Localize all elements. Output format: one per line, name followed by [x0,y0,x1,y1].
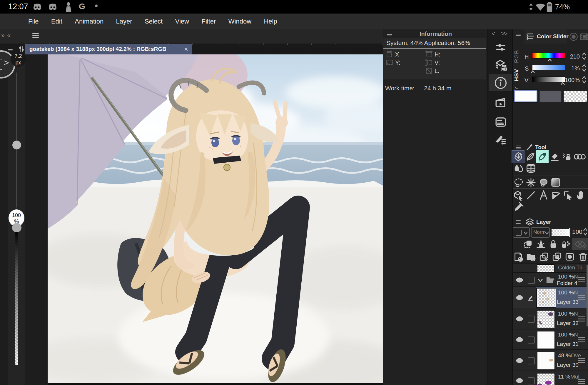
layer-checkbox[interactable] [528,316,535,323]
mode-hsv-tab[interactable]: HSV [513,64,520,81]
menu-file[interactable]: File [28,14,39,29]
document-tab[interactable]: goatskeb (3084 x 3188px 300dpi 42.2% : R… [25,44,192,54]
layer-visible-icon[interactable] [515,358,524,364]
tool-auto-select-icon[interactable] [526,178,536,188]
expand-left-dock-icon[interactable]: » [1,32,5,39]
layer-opacity-spinner[interactable] [583,228,588,236]
layer-thumbnail[interactable] [537,373,555,385]
layer-row[interactable]: 100 %N Layer 32 [513,308,588,329]
tool-layer-select-icon[interactable] [563,190,574,201]
menu-animation[interactable]: Animation [75,14,103,29]
layer-thumbnail-selected[interactable] [537,289,556,307]
dock-subview-icon[interactable] [495,116,507,128]
main-color-swatch-selected[interactable] [514,90,537,102]
layer-list-scrollbar[interactable] [587,265,588,326]
layer-thumbnail[interactable] [537,331,555,349]
dock-layer-property-icon[interactable] [495,58,507,71]
tool-eraser-icon[interactable] [550,152,560,162]
tool-blend-icon[interactable] [513,163,524,174]
layer-visible-icon[interactable] [515,277,524,283]
canvas-area[interactable] [48,54,383,383]
layer-checkbox[interactable] [528,357,535,364]
tool-eyedropper-icon[interactable] [513,202,524,212]
tool-pencil-icon[interactable] [526,152,536,162]
layer-visible-icon[interactable] [515,295,524,301]
hue-slider-caret[interactable] [547,59,552,61]
reference-layer-icon[interactable] [536,239,546,249]
layer-opacity-slider[interactable] [552,229,570,236]
menu-filter[interactable]: Filter [201,14,216,29]
tool-selection-lasso-icon[interactable] [513,178,524,188]
hue-spinner[interactable] [582,52,587,60]
hue-slider[interactable] [532,53,565,59]
color-panel-menu-icon[interactable] [516,33,521,38]
layer-row[interactable]: 100 %N Layer 31 [513,329,588,350]
dock-information-selected[interactable] [489,74,512,91]
saturation-spinner[interactable] [582,64,587,72]
delete-layer-button[interactable] [578,252,588,262]
menu-window[interactable]: Window [228,14,251,29]
menu-layer[interactable]: Layer [116,14,132,29]
layer-drag-handle[interactable] [578,378,585,385]
menu-view[interactable]: View [175,14,189,29]
tool-text-icon[interactable] [538,189,549,201]
tab-bar-menu-icon[interactable] [8,47,13,52]
layer-visible-icon[interactable] [515,337,524,343]
layer-row[interactable]: 48 %Ove Layer 30 [513,349,588,371]
layer-visible-icon[interactable] [515,316,524,322]
layer-checkbox[interactable] [528,336,535,344]
layer-checkbox[interactable] [528,277,535,284]
value-slider[interactable] [532,76,565,82]
lock-transparent-pixels-icon[interactable] [561,239,570,249]
layer-drag-handle[interactable] [578,315,585,323]
collapse-left-dock-icon[interactable]: « [7,32,11,39]
layer-drag-handle[interactable] [578,336,585,344]
sub-color-swatch[interactable] [539,91,562,102]
tool-balloon-icon[interactable] [551,190,562,201]
new-layer-button[interactable] [513,252,523,262]
tool-brush-icon[interactable] [537,152,547,162]
layer-visible-icon[interactable] [515,378,524,384]
tool-operation-icon[interactable] [513,190,524,201]
layer-thumbnail[interactable] [537,310,555,328]
color-set-tab-icon[interactable] [580,32,588,41]
layer-row-folder[interactable]: 100 %N Folder 4 [513,272,588,287]
dock-next-icon[interactable]: >> [501,30,507,38]
main-menu-icon[interactable] [32,32,39,39]
layer-thumbnail[interactable] [537,264,554,273]
close-tab-icon[interactable]: × [184,44,188,54]
layer-drag-handle[interactable] [578,276,585,284]
layer-drag-handle[interactable] [578,294,585,301]
tool-line-icon[interactable] [526,190,536,201]
saturation-slider-caret[interactable] [530,70,535,73]
menu-help[interactable]: Help [264,14,277,29]
blend-mode-dropdown[interactable]: Norm [531,227,550,238]
dock-subtool-icon[interactable] [495,133,507,145]
tool-hand-icon[interactable] [576,189,586,201]
menu-select[interactable]: Select [145,14,163,29]
layer-mask-button[interactable] [564,252,575,262]
tool-pen-icon[interactable] [513,152,523,162]
opacity-slider-track[interactable] [15,232,18,365]
layer-checkbox[interactable] [528,377,535,384]
folder-expanded-chevron-icon[interactable] [537,278,543,282]
brush-size-slider-handle[interactable] [12,141,21,149]
dock-tool-property-icon[interactable] [495,42,507,53]
color-wheel-tab-icon[interactable] [569,32,578,41]
value-spinner[interactable] [582,76,587,84]
layer-opacity-handle[interactable] [569,228,570,237]
layer-effect-dropdown[interactable] [513,227,530,238]
opacity-slider-handle[interactable] [12,223,21,232]
tool-airbrush-icon[interactable] [562,151,572,162]
tool-decoration-icon[interactable] [574,153,586,161]
menu-edit[interactable]: Edit [51,14,62,29]
clip-to-layer-below-icon[interactable] [523,239,533,249]
layer-row[interactable]: Golden Tri [513,263,588,273]
layer-drag-handle[interactable] [578,357,585,364]
layer-row-selected[interactable]: 100 %N Layer 33 [513,286,588,308]
layer-panel-menu-icon[interactable] [516,219,521,225]
brush-size-slider-track[interactable] [16,72,17,208]
tool-gradient-icon[interactable] [550,177,561,188]
mode-rgb-tab[interactable]: RGB [513,48,520,63]
dock-prev-icon[interactable]: < [492,30,495,38]
